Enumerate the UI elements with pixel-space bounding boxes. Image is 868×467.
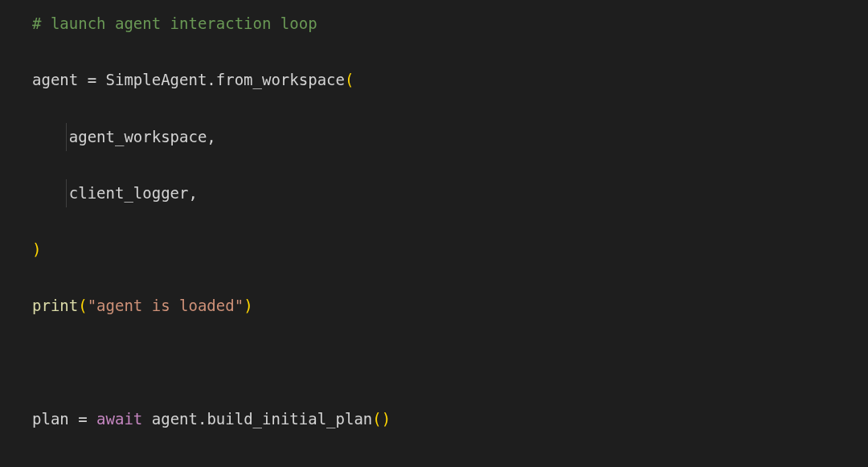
code-line: agent = SimpleAgent.from_workspace(	[0, 66, 868, 94]
operator-token: =	[78, 410, 87, 428]
builtin-token: print	[32, 297, 78, 314]
code-line: plan = await agent.build_initial_plan()	[0, 405, 868, 433]
token: agent_workspace,	[32, 128, 216, 145]
paren-token: (	[78, 297, 87, 314]
token: SimpleAgent.from_workspace	[96, 71, 345, 88]
code-line: print(parse_agent_plan(plan))	[0, 461, 868, 467]
code-line: )	[0, 236, 868, 264]
paren-token: (	[345, 71, 354, 88]
code-line: # launch agent interaction loop	[0, 10, 868, 38]
token: agent	[32, 71, 88, 88]
token: agent.build_initial_plan	[142, 410, 372, 428]
paren-token: )	[244, 297, 252, 314]
code-line: agent_workspace,	[0, 123, 868, 151]
token: client_logger,	[32, 184, 198, 202]
token	[88, 410, 96, 428]
paren-token: )	[382, 410, 391, 428]
blank	[32, 354, 41, 371]
operator-token: =	[88, 71, 96, 88]
code-editor[interactable]: # launch agent interaction loop agent = …	[0, 10, 868, 467]
token: plan	[32, 410, 78, 428]
code-line	[0, 349, 868, 377]
code-line: print("agent is loaded")	[0, 292, 868, 320]
comment-token: # launch agent interaction loop	[32, 14, 317, 32]
keyword-token: await	[96, 410, 142, 428]
string-token: "agent is loaded"	[88, 297, 244, 314]
paren-token: )	[32, 240, 41, 258]
paren-token: (	[372, 410, 381, 428]
code-line: client_logger,	[0, 179, 868, 207]
